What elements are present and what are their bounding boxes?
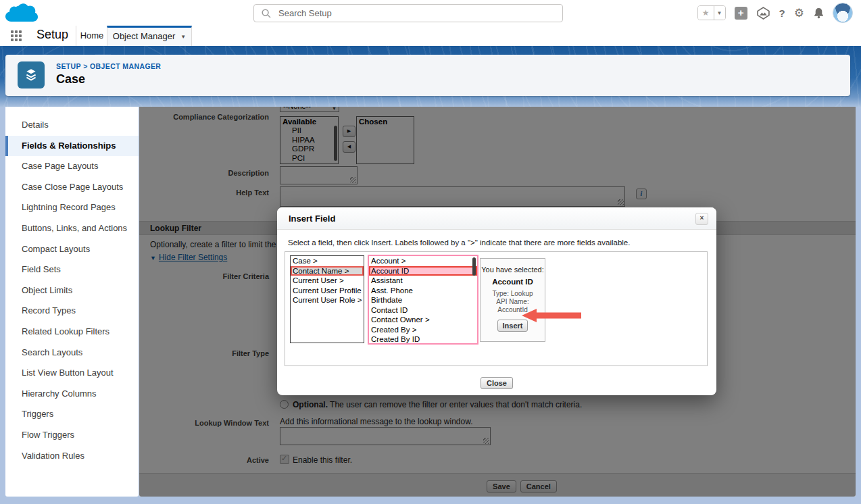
user-avatar[interactable] bbox=[833, 3, 853, 23]
field-list-item[interactable]: Created By ID bbox=[369, 334, 477, 345]
setup-gear-icon[interactable]: ⚙ bbox=[794, 6, 804, 20]
object-manager-sidebar: DetailsFields & RelationshipsCase Page L… bbox=[5, 107, 139, 497]
field-list-item[interactable]: Contact Owner > bbox=[369, 315, 477, 325]
modal-header: Insert Field × bbox=[277, 207, 716, 230]
tab-home[interactable]: Home bbox=[76, 26, 107, 46]
field-source-item[interactable]: Current User > bbox=[291, 276, 364, 286]
field-picker-box: Case >Contact Name >Current User >Curren… bbox=[285, 251, 708, 366]
salesforce-logo-icon bbox=[5, 1, 38, 27]
sidebar-item[interactable]: Record Types bbox=[5, 301, 139, 322]
sidebar-item[interactable]: Object Limits bbox=[5, 280, 139, 301]
help-icon[interactable]: ? bbox=[779, 7, 785, 19]
selection-heading: You have selected: bbox=[481, 266, 545, 274]
field-source-item[interactable]: Contact Name > bbox=[291, 266, 364, 276]
object-icon bbox=[18, 61, 45, 89]
sidebar-item[interactable]: Flow Triggers bbox=[5, 425, 139, 446]
sidebar-item[interactable]: Lightning Record Pages bbox=[5, 197, 139, 218]
add-icon[interactable]: + bbox=[735, 7, 747, 20]
sidebar-item[interactable]: Related Lookup Filters bbox=[5, 322, 139, 343]
sidebar-item[interactable]: Case Close Page Layouts bbox=[5, 177, 139, 198]
breadcrumb[interactable]: SETUP > OBJECT MANAGER bbox=[56, 62, 161, 70]
field-list-item[interactable]: Account ID bbox=[369, 266, 477, 276]
setup-nav-bar: Setup Home Object Manager▼ bbox=[0, 26, 861, 46]
favorites-dropdown-icon[interactable]: ▼ bbox=[714, 6, 725, 20]
sidebar-item[interactable]: Fields & Relationships bbox=[5, 136, 139, 157]
field-source-item[interactable]: Current User Role > bbox=[291, 295, 364, 305]
trailhead-icon[interactable] bbox=[756, 7, 770, 20]
sidebar-item[interactable]: Validation Rules bbox=[5, 446, 139, 467]
sidebar-item[interactable]: Field Sets bbox=[5, 259, 139, 280]
field-list-item[interactable]: Birthdate bbox=[369, 295, 477, 305]
sidebar-item[interactable]: Search Layouts bbox=[5, 343, 139, 363]
sidebar-item[interactable]: Buttons, Links, and Actions bbox=[5, 218, 139, 239]
sidebar-item[interactable]: Triggers bbox=[5, 404, 139, 425]
search-input[interactable] bbox=[254, 5, 562, 22]
field-list-item[interactable]: Created By > bbox=[369, 325, 477, 335]
app-name: Setup bbox=[36, 28, 68, 42]
modal-close-button[interactable]: Close bbox=[481, 377, 513, 389]
favorites-group: ★ ▼ bbox=[697, 5, 726, 20]
field-list-item[interactable]: Contact ID bbox=[369, 305, 477, 316]
global-actions: ★ ▼ + ? ⚙ bbox=[697, 3, 853, 22]
field-list-item[interactable]: Asst. Phone bbox=[369, 286, 477, 296]
layers-icon bbox=[24, 68, 39, 82]
field-source-item[interactable]: Current User Profile > bbox=[291, 286, 364, 296]
field-list-item[interactable]: Assistant bbox=[369, 276, 477, 286]
tab-object-manager-label: Object Manager bbox=[113, 31, 176, 41]
field-source-item[interactable]: Case > bbox=[291, 256, 364, 266]
notifications-bell-icon[interactable] bbox=[813, 7, 825, 19]
sidebar-item[interactable]: Hierarchy Columns bbox=[5, 384, 139, 405]
selected-field-name: Account ID bbox=[481, 278, 545, 286]
sidebar-item[interactable]: Compact Layouts bbox=[5, 239, 139, 260]
global-search bbox=[253, 4, 563, 22]
sidebar-item[interactable]: List View Button Layout bbox=[5, 363, 139, 384]
field-list-scrollbar-thumb[interactable] bbox=[472, 257, 476, 276]
setup-banner: SETUP > OBJECT MANAGER Case bbox=[0, 46, 861, 107]
field-source-list: Case >Contact Name >Current User >Curren… bbox=[290, 255, 364, 343]
sidebar-item[interactable]: Details bbox=[5, 115, 139, 136]
insert-field-modal: Insert Field × Select a field, then clic… bbox=[277, 207, 716, 395]
global-header: ★ ▼ + ? ⚙ bbox=[0, 0, 861, 26]
page-title: Case bbox=[56, 72, 85, 86]
tab-object-manager[interactable]: Object Manager▼ bbox=[107, 26, 192, 46]
callout-arrow-icon bbox=[522, 309, 581, 325]
modal-instruction: Select a field, then click Insert. Label… bbox=[288, 238, 630, 247]
selection-summary-panel: You have selected: Account ID Type: Look… bbox=[480, 258, 545, 342]
page-header-card: SETUP > OBJECT MANAGER Case bbox=[5, 55, 850, 96]
salesforce-setup-app: ★ ▼ + ? ⚙ Setup bbox=[0, 0, 861, 504]
selected-field-type: Type: Lookup bbox=[481, 290, 545, 298]
app-launcher-waffle-icon[interactable] bbox=[11, 30, 23, 41]
chevron-down-icon: ▼ bbox=[180, 34, 186, 40]
sidebar-item[interactable]: Case Page Layouts bbox=[5, 156, 139, 177]
favorites-star-icon[interactable]: ★ bbox=[698, 6, 714, 20]
field-list-item[interactable]: Account > bbox=[369, 256, 477, 266]
modal-title: Insert Field bbox=[289, 213, 335, 224]
field-list: Account >Account IDAssistantAsst. PhoneB… bbox=[368, 255, 478, 345]
close-icon[interactable]: × bbox=[695, 213, 708, 225]
